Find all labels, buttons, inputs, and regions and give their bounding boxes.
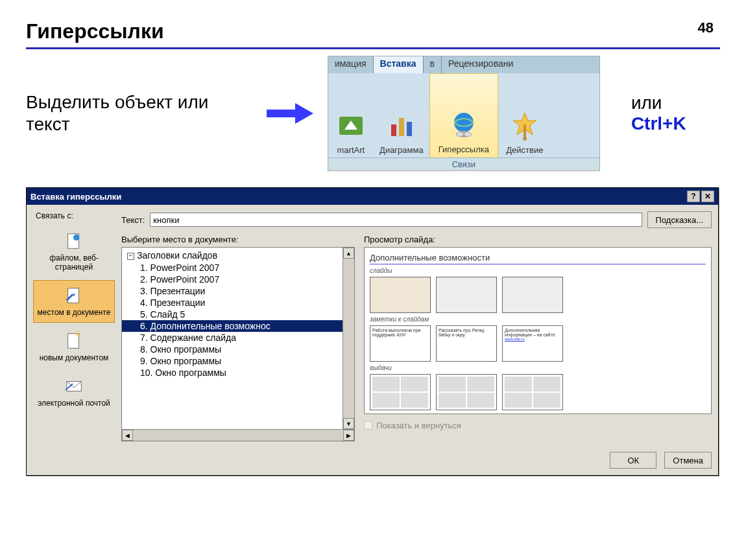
preview-thumb <box>370 277 431 313</box>
svg-point-6 <box>454 113 474 132</box>
svg-point-10 <box>464 132 471 136</box>
action-icon <box>509 110 540 141</box>
shortcut-label: Ctrl+K <box>631 113 686 134</box>
scroll-left-icon[interactable]: ◀ <box>122 430 133 441</box>
slide-preview: Дополнительные возможности слайды заметк… <box>364 247 712 414</box>
tree-item[interactable]: 9. Окно программы <box>122 355 354 367</box>
ribbon-item-cut <box>551 73 568 159</box>
link-target-file[interactable]: файлом, веб-страницей <box>33 226 115 277</box>
preview-label: Просмотр слайда: <box>364 235 712 244</box>
title-divider <box>26 47 720 49</box>
email-icon <box>64 377 84 396</box>
page-title: Гиперссылки <box>26 19 720 43</box>
tree-item[interactable]: 10. Окно программы <box>122 367 354 379</box>
svg-rect-5 <box>407 122 412 136</box>
ribbon-tab-animation[interactable]: имация <box>328 56 374 73</box>
smartart-icon <box>335 110 367 141</box>
file-web-icon <box>64 231 84 251</box>
insert-hyperlink-dialog: Вставка гиперссылки ? ✕ Связать с: файло… <box>26 187 719 476</box>
svg-point-14 <box>73 235 79 240</box>
svg-marker-0 <box>267 103 313 124</box>
scroll-right-icon[interactable]: ▶ <box>343 430 354 441</box>
link-target-place[interactable]: местом в документе <box>33 280 115 323</box>
preview-note: Рассказать про Репку, бабку и окру. <box>436 325 497 362</box>
place-in-doc-icon <box>64 286 84 305</box>
link-text-input[interactable] <box>150 213 642 227</box>
show-return-checkbox <box>364 421 372 430</box>
globe-link-icon <box>448 110 479 141</box>
smartart-button[interactable]: martArt <box>328 73 374 159</box>
ribbon-tab-v[interactable]: в <box>424 56 442 73</box>
page-number: 48 <box>698 19 714 36</box>
text-field-label: Текст: <box>121 215 145 225</box>
tree-item[interactable]: 3. Презентации <box>122 285 354 297</box>
chart-button[interactable]: Диаграмма <box>374 73 429 159</box>
tree-item[interactable]: 7. Содержание слайда <box>122 332 354 344</box>
link-with-label: Связать с: <box>33 211 115 220</box>
preview-thumb <box>502 277 563 313</box>
action-button[interactable]: Действие <box>498 73 551 159</box>
vertical-scrollbar[interactable]: ▲ ▼ <box>343 248 354 429</box>
chart-icon <box>386 110 417 141</box>
preview-handout <box>502 374 563 410</box>
preview-slide-title: Дополнительные возможности <box>370 253 706 264</box>
preview-note: Работа выполнена при поддержке АУИ <box>370 325 431 362</box>
tooltip-button[interactable]: Подсказка... <box>647 211 712 228</box>
hyperlink-button[interactable]: Гиперссылка <box>429 73 498 159</box>
dialog-title: Вставка гиперссылки <box>30 192 686 202</box>
close-button[interactable]: ✕ <box>701 191 714 202</box>
svg-rect-4 <box>399 118 404 136</box>
horizontal-scrollbar[interactable]: ◀ ▶ <box>122 429 354 441</box>
ribbon-screenshot: имация Вставка в Рецензировани martArt Д… <box>328 56 600 171</box>
ribbon-group-label: Связи <box>328 158 599 170</box>
link-target-email[interactable]: электронной почтой <box>33 371 115 414</box>
tree-item[interactable]: 8. Окно программы <box>122 344 354 355</box>
svg-rect-3 <box>391 124 396 136</box>
tree-root-item[interactable]: −Заголовки слайдов <box>122 250 354 261</box>
ribbon-tab-review[interactable]: Рецензировани <box>442 56 520 73</box>
tree-item[interactable]: 1. PowerPoint 2007 <box>122 262 354 274</box>
cancel-button[interactable]: Отмена <box>664 452 712 469</box>
new-doc-icon <box>64 331 84 351</box>
place-tree[interactable]: −Заголовки слайдов 1. PowerPoint 20072. … <box>121 247 355 441</box>
tree-item[interactable]: 4. Презентации <box>122 297 354 309</box>
or-shortcut: или Ctrl+K <box>631 93 720 134</box>
ribbon-tab-insert[interactable]: Вставка <box>374 56 424 73</box>
tree-item[interactable]: 6. Дополнительные возможнос <box>122 320 354 332</box>
svg-point-9 <box>457 132 463 136</box>
help-button[interactable]: ? <box>687 191 700 202</box>
instruction-text: Выделить объект или текст <box>26 91 252 135</box>
ok-button[interactable]: ОК <box>610 452 656 469</box>
tree-item[interactable]: 5. Слайд 5 <box>122 309 354 320</box>
preview-handout <box>370 374 431 410</box>
show-return-label: Показать и вернуться <box>376 421 461 430</box>
link-target-newdoc[interactable]: новым документом <box>33 325 115 368</box>
scroll-down-icon[interactable]: ▼ <box>343 418 354 429</box>
dialog-titlebar: Вставка гиперссылки ? ✕ <box>27 188 718 205</box>
tree-item[interactable]: 2. PowerPoint 2007 <box>122 274 354 285</box>
svg-point-12 <box>523 137 527 141</box>
preview-note: Дополнительная информация – на сайтеwww.… <box>502 325 563 362</box>
select-place-label: Выберите место в документе: <box>121 235 355 244</box>
arrow-right-icon <box>264 100 316 126</box>
collapse-icon[interactable]: − <box>127 253 134 260</box>
preview-handout <box>436 374 497 410</box>
scroll-up-icon[interactable]: ▲ <box>343 248 354 259</box>
preview-thumb <box>436 277 497 313</box>
